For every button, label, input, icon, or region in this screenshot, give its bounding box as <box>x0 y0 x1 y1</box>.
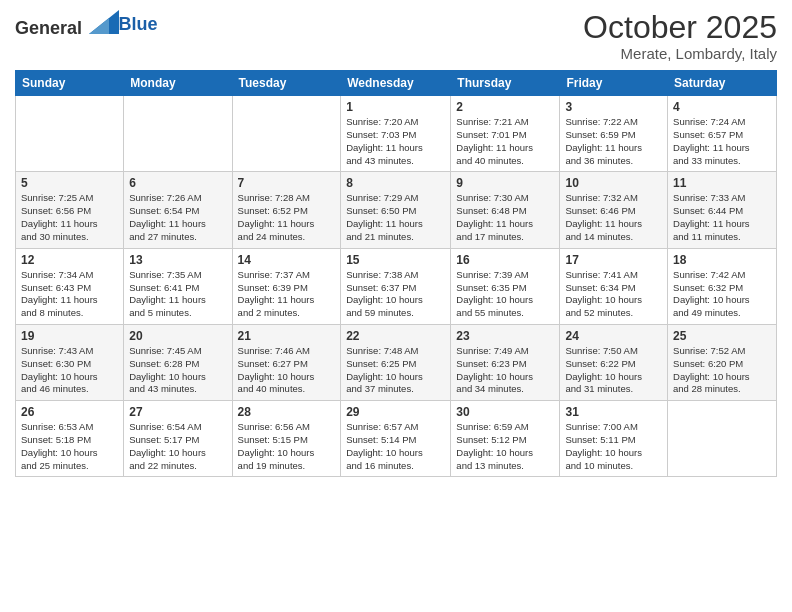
calendar-cell: 11Sunrise: 7:33 AM Sunset: 6:44 PM Dayli… <box>668 172 777 248</box>
month-title: October 2025 <box>583 10 777 45</box>
day-number: 29 <box>346 405 445 419</box>
day-number: 28 <box>238 405 336 419</box>
calendar-cell: 31Sunrise: 7:00 AM Sunset: 5:11 PM Dayli… <box>560 401 668 477</box>
day-number: 23 <box>456 329 554 343</box>
day-info: Sunrise: 7:22 AM Sunset: 6:59 PM Dayligh… <box>565 116 662 167</box>
day-info: Sunrise: 7:28 AM Sunset: 6:52 PM Dayligh… <box>238 192 336 243</box>
col-tuesday: Tuesday <box>232 71 341 96</box>
calendar-cell: 6Sunrise: 7:26 AM Sunset: 6:54 PM Daylig… <box>124 172 232 248</box>
week-row-3: 12Sunrise: 7:34 AM Sunset: 6:43 PM Dayli… <box>16 248 777 324</box>
calendar-cell: 25Sunrise: 7:52 AM Sunset: 6:20 PM Dayli… <box>668 324 777 400</box>
day-number: 10 <box>565 176 662 190</box>
calendar-cell: 18Sunrise: 7:42 AM Sunset: 6:32 PM Dayli… <box>668 248 777 324</box>
day-number: 9 <box>456 176 554 190</box>
day-number: 17 <box>565 253 662 267</box>
day-info: Sunrise: 7:21 AM Sunset: 7:01 PM Dayligh… <box>456 116 554 167</box>
calendar-cell: 9Sunrise: 7:30 AM Sunset: 6:48 PM Daylig… <box>451 172 560 248</box>
calendar-cell: 14Sunrise: 7:37 AM Sunset: 6:39 PM Dayli… <box>232 248 341 324</box>
day-number: 31 <box>565 405 662 419</box>
day-number: 26 <box>21 405 118 419</box>
logo-general: General <box>15 18 82 38</box>
calendar-cell: 12Sunrise: 7:34 AM Sunset: 6:43 PM Dayli… <box>16 248 124 324</box>
col-wednesday: Wednesday <box>341 71 451 96</box>
calendar-cell: 13Sunrise: 7:35 AM Sunset: 6:41 PM Dayli… <box>124 248 232 324</box>
day-number: 27 <box>129 405 226 419</box>
logo-icon <box>89 10 119 34</box>
calendar-cell: 10Sunrise: 7:32 AM Sunset: 6:46 PM Dayli… <box>560 172 668 248</box>
day-number: 21 <box>238 329 336 343</box>
day-info: Sunrise: 6:59 AM Sunset: 5:12 PM Dayligh… <box>456 421 554 472</box>
day-info: Sunrise: 7:34 AM Sunset: 6:43 PM Dayligh… <box>21 269 118 320</box>
day-number: 7 <box>238 176 336 190</box>
day-info: Sunrise: 7:45 AM Sunset: 6:28 PM Dayligh… <box>129 345 226 396</box>
calendar-cell: 1Sunrise: 7:20 AM Sunset: 7:03 PM Daylig… <box>341 96 451 172</box>
week-row-5: 26Sunrise: 6:53 AM Sunset: 5:18 PM Dayli… <box>16 401 777 477</box>
header-row: Sunday Monday Tuesday Wednesday Thursday… <box>16 71 777 96</box>
week-row-2: 5Sunrise: 7:25 AM Sunset: 6:56 PM Daylig… <box>16 172 777 248</box>
calendar-cell: 5Sunrise: 7:25 AM Sunset: 6:56 PM Daylig… <box>16 172 124 248</box>
day-info: Sunrise: 7:25 AM Sunset: 6:56 PM Dayligh… <box>21 192 118 243</box>
day-info: Sunrise: 7:24 AM Sunset: 6:57 PM Dayligh… <box>673 116 771 167</box>
day-number: 25 <box>673 329 771 343</box>
day-number: 15 <box>346 253 445 267</box>
svg-marker-1 <box>89 18 109 34</box>
calendar-cell: 27Sunrise: 6:54 AM Sunset: 5:17 PM Dayli… <box>124 401 232 477</box>
day-number: 22 <box>346 329 445 343</box>
calendar-cell: 8Sunrise: 7:29 AM Sunset: 6:50 PM Daylig… <box>341 172 451 248</box>
calendar-cell <box>668 401 777 477</box>
logo: General Blue <box>15 10 158 39</box>
day-number: 3 <box>565 100 662 114</box>
day-info: Sunrise: 7:20 AM Sunset: 7:03 PM Dayligh… <box>346 116 445 167</box>
day-info: Sunrise: 7:50 AM Sunset: 6:22 PM Dayligh… <box>565 345 662 396</box>
day-number: 20 <box>129 329 226 343</box>
calendar-cell: 17Sunrise: 7:41 AM Sunset: 6:34 PM Dayli… <box>560 248 668 324</box>
calendar-cell: 23Sunrise: 7:49 AM Sunset: 6:23 PM Dayli… <box>451 324 560 400</box>
col-saturday: Saturday <box>668 71 777 96</box>
day-info: Sunrise: 7:49 AM Sunset: 6:23 PM Dayligh… <box>456 345 554 396</box>
day-number: 5 <box>21 176 118 190</box>
col-monday: Monday <box>124 71 232 96</box>
day-info: Sunrise: 7:52 AM Sunset: 6:20 PM Dayligh… <box>673 345 771 396</box>
day-number: 11 <box>673 176 771 190</box>
day-number: 6 <box>129 176 226 190</box>
day-info: Sunrise: 7:38 AM Sunset: 6:37 PM Dayligh… <box>346 269 445 320</box>
day-info: Sunrise: 7:26 AM Sunset: 6:54 PM Dayligh… <box>129 192 226 243</box>
calendar-cell <box>232 96 341 172</box>
day-number: 19 <box>21 329 118 343</box>
week-row-4: 19Sunrise: 7:43 AM Sunset: 6:30 PM Dayli… <box>16 324 777 400</box>
calendar-cell: 15Sunrise: 7:38 AM Sunset: 6:37 PM Dayli… <box>341 248 451 324</box>
title-area: October 2025 Merate, Lombardy, Italy <box>583 10 777 62</box>
calendar-table: Sunday Monday Tuesday Wednesday Thursday… <box>15 70 777 477</box>
day-info: Sunrise: 7:00 AM Sunset: 5:11 PM Dayligh… <box>565 421 662 472</box>
day-info: Sunrise: 7:41 AM Sunset: 6:34 PM Dayligh… <box>565 269 662 320</box>
calendar-cell: 24Sunrise: 7:50 AM Sunset: 6:22 PM Dayli… <box>560 324 668 400</box>
col-thursday: Thursday <box>451 71 560 96</box>
day-info: Sunrise: 7:42 AM Sunset: 6:32 PM Dayligh… <box>673 269 771 320</box>
location-title: Merate, Lombardy, Italy <box>583 45 777 62</box>
day-info: Sunrise: 7:43 AM Sunset: 6:30 PM Dayligh… <box>21 345 118 396</box>
week-row-1: 1Sunrise: 7:20 AM Sunset: 7:03 PM Daylig… <box>16 96 777 172</box>
header: General Blue October 2025 Merate, Lombar… <box>15 10 777 62</box>
day-info: Sunrise: 6:56 AM Sunset: 5:15 PM Dayligh… <box>238 421 336 472</box>
day-info: Sunrise: 7:48 AM Sunset: 6:25 PM Dayligh… <box>346 345 445 396</box>
calendar-cell: 19Sunrise: 7:43 AM Sunset: 6:30 PM Dayli… <box>16 324 124 400</box>
day-number: 13 <box>129 253 226 267</box>
day-info: Sunrise: 7:33 AM Sunset: 6:44 PM Dayligh… <box>673 192 771 243</box>
calendar-cell: 4Sunrise: 7:24 AM Sunset: 6:57 PM Daylig… <box>668 96 777 172</box>
day-info: Sunrise: 7:46 AM Sunset: 6:27 PM Dayligh… <box>238 345 336 396</box>
page-container: General Blue October 2025 Merate, Lombar… <box>0 0 792 482</box>
calendar-cell: 28Sunrise: 6:56 AM Sunset: 5:15 PM Dayli… <box>232 401 341 477</box>
calendar-cell <box>124 96 232 172</box>
day-info: Sunrise: 7:32 AM Sunset: 6:46 PM Dayligh… <box>565 192 662 243</box>
day-info: Sunrise: 6:54 AM Sunset: 5:17 PM Dayligh… <box>129 421 226 472</box>
day-info: Sunrise: 6:53 AM Sunset: 5:18 PM Dayligh… <box>21 421 118 472</box>
calendar-cell: 20Sunrise: 7:45 AM Sunset: 6:28 PM Dayli… <box>124 324 232 400</box>
calendar-cell: 3Sunrise: 7:22 AM Sunset: 6:59 PM Daylig… <box>560 96 668 172</box>
calendar-cell: 29Sunrise: 6:57 AM Sunset: 5:14 PM Dayli… <box>341 401 451 477</box>
col-friday: Friday <box>560 71 668 96</box>
logo-blue: Blue <box>119 14 158 34</box>
day-number: 14 <box>238 253 336 267</box>
calendar-cell: 7Sunrise: 7:28 AM Sunset: 6:52 PM Daylig… <box>232 172 341 248</box>
calendar-cell: 21Sunrise: 7:46 AM Sunset: 6:27 PM Dayli… <box>232 324 341 400</box>
day-info: Sunrise: 7:39 AM Sunset: 6:35 PM Dayligh… <box>456 269 554 320</box>
